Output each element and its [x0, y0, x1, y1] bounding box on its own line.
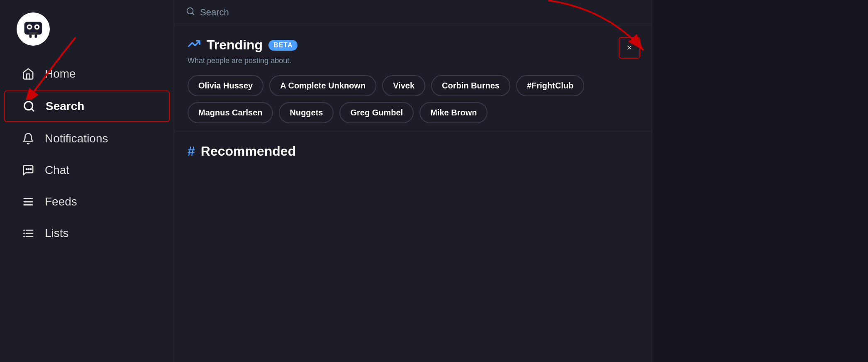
sidebar-item-home[interactable]: Home [4, 59, 170, 89]
chip-olivia-hussey[interactable]: Olivia Hussey [188, 75, 263, 96]
svg-rect-7 [35, 34, 37, 38]
svg-point-3 [28, 26, 31, 28]
sidebar-item-chat[interactable]: Chat [4, 155, 170, 185]
svg-rect-5 [29, 32, 38, 34]
svg-point-22 [23, 236, 25, 237]
recommended-hash-icon: # [188, 144, 195, 159]
chat-icon [21, 163, 36, 178]
svg-point-20 [23, 230, 25, 231]
svg-line-24 [192, 13, 194, 15]
search-bar-icon [186, 7, 195, 18]
svg-line-9 [32, 109, 34, 111]
chip-magnus-carlsen[interactable]: Magnus Carlsen [188, 102, 273, 123]
svg-point-21 [23, 232, 25, 234]
chip-greg-gumbel[interactable]: Greg Gumbel [339, 102, 414, 123]
svg-point-12 [28, 169, 29, 170]
chip-mike-brown[interactable]: Mike Brown [419, 102, 488, 123]
trending-section: Trending BETA What people are posting ab… [174, 25, 652, 132]
close-trending-button[interactable]: × [619, 37, 640, 59]
beta-badge: BETA [268, 40, 297, 51]
trending-icon [188, 37, 201, 53]
search-icon [22, 99, 37, 114]
bell-icon [21, 131, 36, 146]
chip-corbin-burnes[interactable]: Corbin Burnes [431, 75, 510, 96]
sidebar-item-lists[interactable]: Lists [4, 218, 170, 248]
svg-rect-6 [29, 34, 32, 38]
main-content: Trending BETA What people are posting ab… [174, 0, 652, 362]
chip-frightclub[interactable]: #FrightClub [516, 75, 584, 96]
recommended-section: # Recommended [174, 132, 652, 167]
trending-subtitle: What people are posting about. [188, 56, 639, 65]
sidebar-item-search[interactable]: Search [4, 90, 170, 122]
trending-chips-container: Olivia Hussey A Complete Unknown Vivek C… [188, 75, 639, 123]
lists-icon [21, 226, 36, 241]
recommended-header: # Recommended [188, 144, 639, 159]
search-bar-container [174, 0, 652, 25]
chip-a-complete-unknown[interactable]: A Complete Unknown [269, 75, 376, 96]
sidebar: Home Search Notifications [0, 0, 174, 362]
home-label: Home [45, 67, 76, 81]
notifications-label: Notifications [45, 132, 108, 145]
lists-label: Lists [45, 227, 69, 240]
chip-nuggets[interactable]: Nuggets [279, 102, 334, 123]
sidebar-item-notifications[interactable]: Notifications [4, 124, 170, 154]
svg-point-13 [30, 169, 32, 170]
chip-vivek[interactable]: Vivek [382, 75, 425, 96]
svg-point-4 [36, 26, 38, 28]
trending-title: Trending [207, 37, 263, 53]
feeds-icon [21, 194, 36, 209]
home-icon [21, 66, 36, 81]
recommended-title: Recommended [201, 144, 296, 159]
app-logo[interactable] [17, 12, 50, 46]
feeds-label: Feeds [45, 195, 77, 208]
right-panel [652, 0, 868, 362]
chat-label: Chat [45, 164, 69, 177]
search-input[interactable] [200, 7, 640, 18]
sidebar-item-feeds[interactable]: Feeds [4, 187, 170, 217]
search-label: Search [46, 100, 84, 113]
trending-header: Trending BETA [188, 37, 639, 53]
svg-point-11 [26, 169, 27, 170]
